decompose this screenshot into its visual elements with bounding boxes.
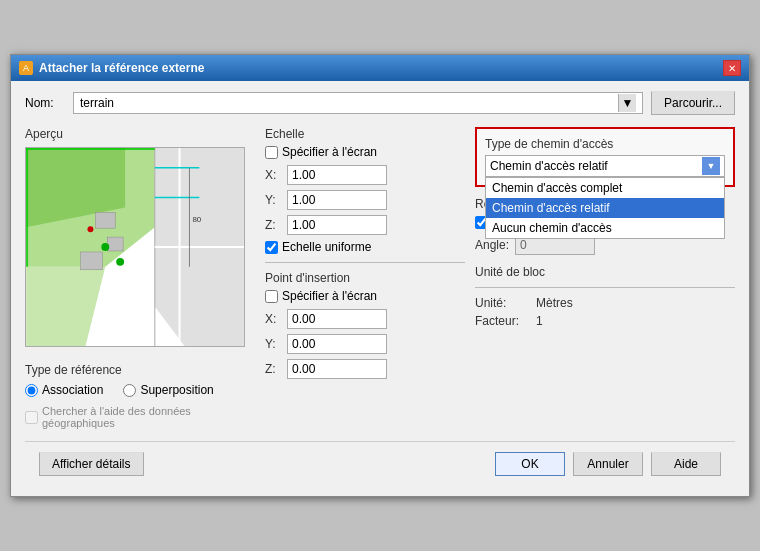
dialog-body: Nom: terrain ▼ Parcourir... Aperçu: [11, 81, 749, 496]
preview-box: 80: [25, 147, 245, 347]
insertion-z-input[interactable]: [287, 359, 387, 379]
name-value: terrain: [80, 96, 114, 110]
scale-specify-row: Spécifier à l'écran: [265, 145, 465, 159]
radio-association-label: Association: [42, 383, 103, 397]
insertion-specify-label: Spécifier à l'écran: [282, 289, 377, 303]
title-bar-left: A Attacher la référence externe: [19, 61, 204, 75]
scale-y-label: Y:: [265, 193, 281, 207]
scale-y-input[interactable]: [287, 190, 387, 210]
geo-search-input[interactable]: [25, 411, 38, 424]
browse-button[interactable]: Parcourir...: [651, 91, 735, 115]
name-combo[interactable]: terrain ▼: [73, 92, 643, 114]
unit-divider: [475, 287, 735, 288]
path-type-dropdown[interactable]: Chemin d'accès relatif ▼: [485, 155, 725, 177]
svg-rect-18: [26, 148, 155, 150]
unit-bloc-label: Unité de bloc: [475, 265, 735, 279]
insertion-label: Point d'insertion: [265, 271, 465, 285]
insertion-y-row: Y:: [265, 334, 465, 354]
radio-superposition[interactable]: Superposition: [123, 383, 213, 397]
radio-superposition-label: Superposition: [140, 383, 213, 397]
uniform-scale-label: Echelle uniforme: [282, 240, 371, 254]
scale-x-label: X:: [265, 168, 281, 182]
rotation-angle-label: Angle:: [475, 238, 509, 252]
path-option-2[interactable]: Chemin d'accès relatif: [486, 198, 724, 218]
path-option-1[interactable]: Chemin d'accès complet: [486, 178, 724, 198]
svg-rect-19: [26, 148, 28, 267]
bottom-bar: Afficher détails OK Annuler Aide: [25, 441, 735, 486]
main-content: Aperçu: [25, 127, 735, 429]
title-bar: A Attacher la référence externe ✕: [11, 55, 749, 81]
scale-specify-label: Spécifier à l'écran: [282, 145, 377, 159]
insertion-z-row: Z:: [265, 359, 465, 379]
svg-point-11: [101, 243, 109, 251]
unit-factor-label: Facteur:: [475, 314, 530, 328]
preview-label: Aperçu: [25, 127, 255, 141]
cancel-button[interactable]: Annuler: [573, 452, 643, 476]
type-reference-box: Type de référence Association Superposit…: [25, 363, 255, 429]
unit-unit-row: Unité: Mètres: [475, 296, 735, 310]
details-button[interactable]: Afficher détails: [39, 452, 144, 476]
scale-label: Echelle: [265, 127, 465, 141]
scale-z-input[interactable]: [287, 215, 387, 235]
path-type-list: Chemin d'accès complet Chemin d'accès re…: [485, 177, 725, 239]
scale-z-row: Z:: [265, 215, 465, 235]
right-panel: Type de chemin d'accès Chemin d'accès re…: [475, 127, 735, 429]
bottom-right: OK Annuler Aide: [495, 452, 721, 476]
left-panel: Aperçu: [25, 127, 255, 429]
scale-y-row: Y:: [265, 190, 465, 210]
dialog-window: A Attacher la référence externe ✕ Nom: t…: [10, 54, 750, 497]
name-label: Nom:: [25, 96, 65, 110]
dialog-title: Attacher la référence externe: [39, 61, 204, 75]
radio-association[interactable]: Association: [25, 383, 103, 397]
path-type-arrow[interactable]: ▼: [702, 157, 720, 175]
radio-row: Association Superposition: [25, 383, 255, 397]
help-button[interactable]: Aide: [651, 452, 721, 476]
scale-x-input[interactable]: [287, 165, 387, 185]
insertion-y-input[interactable]: [287, 334, 387, 354]
scale-x-row: X:: [265, 165, 465, 185]
path-option-3[interactable]: Aucun chemin d'accès: [486, 218, 724, 238]
unit-unit-label: Unité:: [475, 296, 530, 310]
uniform-scale-checkbox[interactable]: [265, 241, 278, 254]
type-ref-label: Type de référence: [25, 363, 255, 377]
unit-factor-row: Facteur: 1: [475, 314, 735, 328]
insertion-x-input[interactable]: [287, 309, 387, 329]
path-type-panel: Type de chemin d'accès Chemin d'accès re…: [475, 127, 735, 187]
svg-rect-5: [81, 252, 103, 270]
svg-point-12: [116, 258, 124, 266]
svg-point-13: [87, 226, 93, 232]
geo-search-checkbox[interactable]: Chercher à l'aide des donnéesgéographiqu…: [25, 405, 255, 429]
scale-z-label: Z:: [265, 218, 281, 232]
name-row: Nom: terrain ▼ Parcourir...: [25, 91, 735, 115]
divider1: [265, 262, 465, 263]
radio-association-input[interactable]: [25, 384, 38, 397]
ok-button[interactable]: OK: [495, 452, 565, 476]
preview-map: 80: [26, 148, 244, 346]
dialog-icon: A: [19, 61, 33, 75]
middle-panel: Echelle Spécifier à l'écran X: Y: Z:: [265, 127, 465, 429]
path-type-dropdown-container: Chemin d'accès relatif ▼ Chemin d'accès …: [485, 155, 725, 177]
name-combo-arrow[interactable]: ▼: [618, 94, 636, 112]
insertion-y-label: Y:: [265, 337, 281, 351]
close-button[interactable]: ✕: [723, 60, 741, 76]
scale-specify-checkbox[interactable]: [265, 146, 278, 159]
path-type-label: Type de chemin d'accès: [485, 137, 725, 151]
insertion-specify-checkbox[interactable]: [265, 290, 278, 303]
unit-panel: Unité de bloc Unité: Mètres Facteur: 1: [475, 265, 735, 328]
path-type-selected: Chemin d'accès relatif: [490, 159, 608, 173]
insertion-x-row: X:: [265, 309, 465, 329]
svg-text:80: 80: [192, 215, 201, 224]
insertion-x-label: X:: [265, 312, 281, 326]
svg-rect-7: [95, 212, 115, 228]
insertion-specify-row: Spécifier à l'écran: [265, 289, 465, 303]
geo-search-label: Chercher à l'aide des donnéesgéographiqu…: [42, 405, 191, 429]
unit-unit-value: Mètres: [536, 296, 573, 310]
unit-factor-value: 1: [536, 314, 543, 328]
uniform-scale-row: Echelle uniforme: [265, 240, 465, 254]
insertion-z-label: Z:: [265, 362, 281, 376]
svg-rect-6: [107, 237, 123, 251]
radio-superposition-input[interactable]: [123, 384, 136, 397]
